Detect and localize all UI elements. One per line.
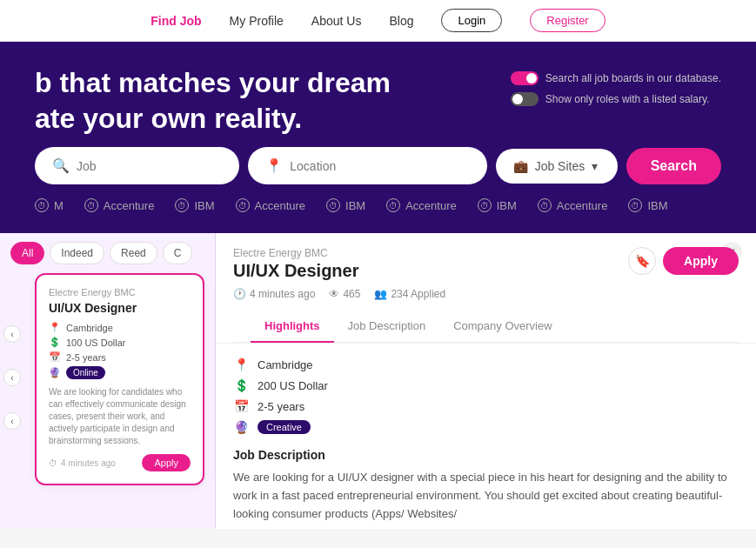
save-job-button[interactable]: 🔖 [628, 247, 656, 275]
badge-icon: 🔮 [49, 367, 61, 378]
clock-icon: ⏱ [386, 198, 400, 212]
briefcase-icon: 💼 [513, 159, 528, 173]
jc-meta-salary: 💲 100 US Dollar [49, 337, 191, 348]
clock-icon: ⏱ [478, 198, 492, 212]
scroll-down-arrow[interactable]: ‹ [3, 412, 21, 430]
highlight-experience: 📅 2-5 years [233, 399, 739, 413]
filter-tab-all[interactable]: All [10, 242, 44, 264]
highlight-salary: 💲 200 US Dollar [233, 378, 739, 392]
job-description-title: Job Description [233, 448, 739, 462]
clock-icon: ⏱ [175, 198, 189, 212]
clock-icon: ⏱ [35, 198, 49, 212]
highlight-exp-text: 2-5 years [258, 400, 304, 413]
chevron-down-icon: ▾ [592, 159, 598, 173]
dollar-icon: 💲 [49, 337, 61, 348]
tab-highlights[interactable]: Highlights [251, 311, 334, 343]
ticker-item: ⏱ Accenture [386, 198, 457, 212]
lower-section: All Indeed Reed C ‹ ‹ ‹ Electre Energy B… [0, 233, 756, 529]
register-button[interactable]: Register [530, 9, 605, 32]
eye-icon: 👁 [329, 288, 339, 300]
nav-blog[interactable]: Blog [389, 14, 413, 28]
filter-tab-indeed[interactable]: Indeed [50, 242, 104, 264]
location-input[interactable] [290, 159, 469, 173]
jc-badge: Online [66, 366, 105, 379]
highlight-location-text: Cambridge [258, 358, 313, 371]
tab-company-overview[interactable]: Company Overview [439, 311, 565, 343]
scroll-up-arrow[interactable]: ‹ [3, 325, 21, 343]
location-icon: 📍 [265, 157, 283, 174]
jc-meta-experience: 📅 2-5 years [49, 351, 191, 363]
filter-tab-c[interactable]: C [163, 242, 193, 264]
company-ticker: ⏱ M ⏱ Accenture ⏱ IBM ⏱ Accenture ⏱ IBM … [35, 198, 721, 217]
highlight-badge: 🔮 Creative [233, 420, 739, 434]
toggle-all-label: Search all job boards in our database. [545, 72, 721, 84]
detail-title: UI/UX Designer [233, 261, 617, 281]
clock-icon: ⏱ [538, 198, 552, 212]
left-panel: All Indeed Reed C ‹ ‹ ‹ Electre Energy B… [0, 233, 216, 529]
toggle-on-icon [511, 71, 539, 85]
meta-time: 🕐 4 minutes ago [233, 288, 315, 300]
nav-about-us[interactable]: About Us [311, 14, 362, 28]
filter-tabs: All Indeed Reed C [0, 233, 215, 264]
search-icon: 🔍 [52, 157, 70, 174]
job-description-text: We are looking for a UI/UX designer with… [233, 469, 739, 523]
detail-tabs: Highlights Job Description Company Overv… [233, 311, 739, 343]
meta-time-text: 4 minutes ago [250, 288, 315, 300]
jc-footer: ⏱ 4 minutes ago Apply [49, 454, 191, 471]
search-bar: 🔍 📍 💼 Job Sites ▾ Search [35, 147, 721, 184]
job-search-wrap[interactable]: 🔍 [35, 147, 239, 184]
jc-meta: 📍 Cambridge 💲 100 US Dollar 📅 2-5 years [49, 322, 191, 379]
filter-tab-reed[interactable]: Reed [110, 242, 157, 264]
job-search-input[interactable] [77, 159, 222, 173]
ticker-item: ⏱ Accenture [84, 198, 155, 212]
jobsites-label: Job Sites [535, 159, 585, 173]
highlight-salary-text: 200 US Dollar [258, 379, 328, 392]
highlights-list: 📍 Cambridge 💲 200 US Dollar 📅 2-5 years … [233, 358, 739, 434]
badge-icon: 🔮 [233, 420, 249, 434]
navbar: Find Job My Profile About Us Blog Login … [0, 0, 756, 42]
toggle-salary-label: Show only roles with a listed salary. [545, 93, 710, 105]
jc-meta-location: 📍 Cambridge [49, 322, 191, 333]
location-icon: 📍 [233, 358, 249, 371]
ticker-item: ⏱ Accenture [236, 198, 306, 212]
creative-badge: Creative [258, 420, 311, 434]
detail-actions: 🔖 Apply [628, 247, 739, 275]
hero-toggles: Search all job boards in our database. S… [511, 71, 721, 106]
jobsites-dropdown[interactable]: 💼 Job Sites ▾ [496, 149, 618, 184]
jc-company: Electre Energy BMC [49, 287, 191, 297]
meta-views: 👁 465 [329, 288, 360, 300]
detail-body: 📍 Cambridge 💲 200 US Dollar 📅 2-5 years … [216, 344, 756, 529]
toggle-off-icon [511, 92, 539, 106]
nav-find-job[interactable]: Find Job [151, 14, 201, 28]
detail-meta: 🕐 4 minutes ago 👁 465 👥 234 Applied [233, 288, 617, 300]
scroll-mid-arrow[interactable]: ‹ [3, 369, 21, 386]
toggle-salary[interactable]: Show only roles with a listed salary. [511, 92, 721, 106]
location-wrap[interactable]: 📍 [248, 147, 486, 184]
hero-section: Search all job boards in our database. S… [0, 42, 756, 233]
jc-meta-badge: 🔮 Online [49, 366, 191, 379]
tab-job-description[interactable]: Job Description [334, 311, 440, 343]
toggle-all-boards[interactable]: Search all job boards in our database. [511, 71, 721, 85]
apply-button[interactable]: Apply [663, 247, 739, 275]
meta-applied: 👥 234 Applied [374, 288, 445, 300]
clock-icon: ⏱ [236, 198, 250, 212]
location-icon: 📍 [49, 322, 61, 333]
users-icon: 👥 [374, 288, 387, 300]
highlight-location: 📍 Cambridge [233, 358, 739, 371]
calendar-icon: 📅 [233, 399, 249, 413]
jc-title: UI/UX Designer [49, 301, 191, 315]
jc-exp-text: 2-5 years [66, 352, 106, 363]
ticker-item: ⏱ Accenture [538, 198, 608, 212]
nav-my-profile[interactable]: My Profile [230, 14, 284, 28]
ticker-item: ⏱ M [35, 198, 64, 212]
jc-apply-button[interactable]: Apply [142, 454, 191, 471]
jc-location-text: Cambridge [66, 323, 113, 333]
search-button[interactable]: Search [626, 148, 721, 184]
jc-time: ⏱ 4 minutes ago [49, 458, 116, 468]
jc-salary-text: 100 US Dollar [66, 337, 125, 348]
clock-icon: ⏱ [628, 198, 642, 212]
clock-icon: ⏱ [49, 458, 57, 468]
login-button[interactable]: Login [441, 9, 502, 32]
ticker-item: ⏱ IBM [326, 198, 365, 212]
detail-company: Electre Energy BMC [233, 247, 617, 259]
